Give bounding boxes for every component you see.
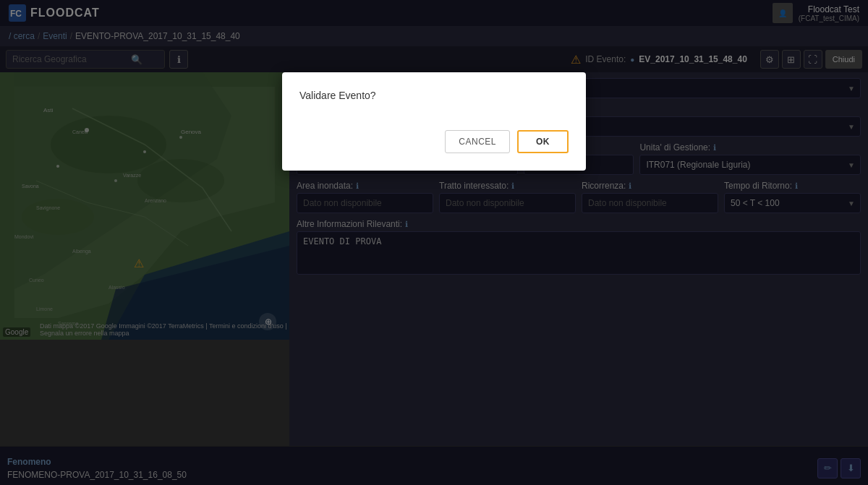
modal-buttons: CANCEL OK [299,130,569,153]
ok-button[interactable]: OK [517,130,569,153]
cancel-button[interactable]: CANCEL [445,130,510,153]
modal-title: Validare Evento? [299,90,569,101]
modal-box: Validare Evento? CANCEL OK [282,72,586,171]
modal-overlay: Validare Evento? CANCEL OK [0,0,868,485]
